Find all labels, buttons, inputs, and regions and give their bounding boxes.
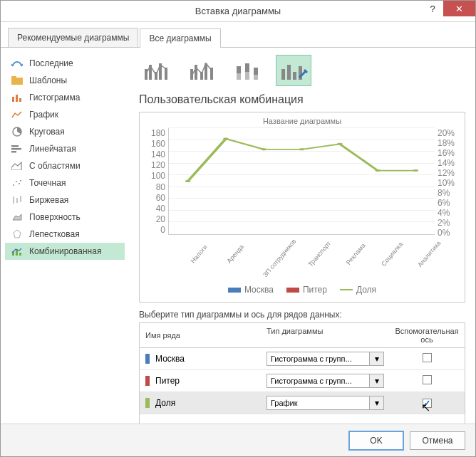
svg-point-49: [413, 169, 418, 172]
folder-icon: [11, 75, 24, 85]
svg-rect-8: [11, 151, 16, 153]
svg-point-43: [185, 180, 190, 182]
dialog-footer: OK Отмена: [1, 424, 475, 456]
sidebar-label: Точечная: [29, 178, 66, 188]
dialog-window: Вставка диаграммы ? ✕ Рекомендуемые диаг…: [0, 0, 476, 457]
chart-type-sidebar: Последние Шаблоны Гистограмма График Кру…: [1, 48, 129, 418]
bar-chart-icon: [11, 144, 24, 154]
sidebar-label: Линейчатая: [29, 144, 76, 154]
section-title: Пользовательская комбинация: [139, 93, 465, 106]
col-sec-header: Вспомогательная ось: [389, 323, 465, 347]
series-color-swatch: [145, 398, 150, 408]
sidebar-label: Лепестковая: [29, 229, 80, 239]
svg-point-13: [20, 180, 21, 182]
svg-rect-37: [254, 75, 258, 80]
svg-point-12: [19, 183, 20, 184]
recent-icon: [11, 58, 24, 68]
svg-marker-9: [11, 162, 21, 170]
svg-rect-7: [11, 148, 21, 150]
series-name: Москва: [155, 354, 185, 364]
combo-input[interactable]: [267, 352, 370, 366]
chevron-down-icon[interactable]: ▾: [370, 352, 384, 366]
svg-point-11: [16, 181, 17, 182]
secondary-axis-checkbox[interactable]: [423, 353, 432, 362]
sidebar-item-area[interactable]: С областями: [5, 157, 125, 174]
svg-rect-2: [12, 97, 14, 102]
svg-rect-6: [11, 145, 19, 147]
sidebar-label: График: [29, 110, 58, 120]
secondary-axis-checkbox[interactable]: [423, 399, 432, 408]
sidebar-item-radar[interactable]: Лепестковая: [5, 226, 125, 243]
tab-recommended[interactable]: Рекомендуемые диаграммы: [8, 28, 138, 47]
chart-preview: Название диаграммы 180160140120100806040…: [139, 112, 465, 303]
secondary-axis-checkbox[interactable]: [423, 375, 432, 384]
sidebar-item-scatter[interactable]: Точечная: [5, 174, 125, 191]
subtype-custom[interactable]: [276, 55, 311, 86]
svg-marker-18: [14, 230, 21, 238]
sidebar-item-combo[interactable]: Комбинированная: [5, 243, 125, 260]
column-chart-icon: [11, 93, 24, 103]
svg-rect-39: [287, 65, 291, 80]
subtype-row: [139, 55, 465, 86]
sidebar-item-bar[interactable]: Линейчатая: [5, 140, 125, 157]
series-name: Доля: [155, 398, 175, 408]
svg-rect-35: [245, 72, 249, 80]
close-button[interactable]: ✕: [443, 1, 475, 16]
sidebar-item-column[interactable]: Гистограмма: [5, 89, 125, 106]
tab-all[interactable]: Все диаграммы: [140, 28, 220, 48]
series-name: Питер: [155, 376, 180, 386]
cancel-button[interactable]: Отмена: [410, 431, 465, 450]
svg-rect-33: [237, 73, 241, 80]
chevron-down-icon[interactable]: ▾: [370, 374, 384, 388]
svg-rect-38: [281, 69, 285, 80]
sidebar-label: Последние: [29, 58, 73, 68]
sidebar-item-templates[interactable]: Шаблоны: [5, 72, 125, 89]
sidebar-item-surface[interactable]: Поверхность: [5, 209, 125, 226]
table-row[interactable]: Доля ▾ ↖: [140, 392, 465, 414]
chart-title: Название диаграммы: [147, 117, 457, 125]
chart-type-combo[interactable]: ▾: [267, 374, 384, 388]
table-header: Имя ряда Тип диаграммы Вспомогательная о…: [140, 323, 465, 348]
area-chart-icon: [11, 161, 24, 171]
line-chart-icon: [11, 110, 24, 120]
combo-input[interactable]: [267, 396, 370, 410]
ok-button[interactable]: OK: [348, 431, 404, 451]
col-name-header: Имя ряда: [140, 323, 261, 347]
radar-chart-icon: [11, 229, 24, 239]
chart-legend: Москва Питер Доля: [147, 285, 457, 295]
svg-rect-4: [19, 98, 21, 102]
series-prompt: Выберите тип диаграммы и ось для рядов д…: [139, 310, 465, 320]
sidebar-label: С областями: [29, 161, 81, 171]
pie-chart-icon: [11, 127, 24, 137]
svg-rect-21: [19, 253, 21, 256]
subtype-3[interactable]: [230, 55, 266, 86]
tab-bar: Рекомендуемые диаграммы Все диаграммы: [1, 22, 475, 48]
sidebar-label: Круговая: [29, 127, 65, 137]
help-button[interactable]: ?: [422, 1, 443, 16]
svg-point-10: [13, 184, 14, 186]
svg-rect-26: [165, 68, 167, 80]
svg-point-45: [261, 148, 266, 150]
table-row[interactable]: Питер ▾: [140, 370, 465, 392]
svg-point-48: [375, 169, 380, 172]
sidebar-item-stock[interactable]: Биржевая: [5, 191, 125, 209]
subtype-2[interactable]: [185, 55, 220, 86]
stock-chart-icon: [11, 195, 24, 205]
legend-item: Доля: [340, 285, 376, 295]
content: Последние Шаблоны Гистограмма График Кру…: [1, 48, 475, 418]
subtype-1[interactable]: [139, 55, 175, 86]
chart-type-combo[interactable]: ▾: [267, 352, 384, 366]
sidebar-item-recent[interactable]: Последние: [5, 55, 125, 72]
x-axis-labels: НалогиАрендаЗП сотрудниковТранспортРекла…: [168, 235, 435, 263]
scatter-chart-icon: [11, 178, 24, 188]
chart-type-combo[interactable]: ▾: [267, 396, 384, 410]
series-color-swatch: [145, 354, 150, 364]
sidebar-item-line[interactable]: График: [5, 106, 125, 123]
sidebar-item-pie[interactable]: Круговая: [5, 123, 125, 140]
y-axis-right: 20%18%16%14%12%10%8%6%4%2%0%: [435, 128, 457, 235]
legend-item: Москва: [228, 285, 274, 295]
combo-input[interactable]: [267, 374, 370, 388]
table-row[interactable]: Москва ▾: [140, 348, 465, 370]
chevron-down-icon[interactable]: ▾: [370, 396, 384, 410]
legend-item: Питер: [286, 285, 327, 295]
